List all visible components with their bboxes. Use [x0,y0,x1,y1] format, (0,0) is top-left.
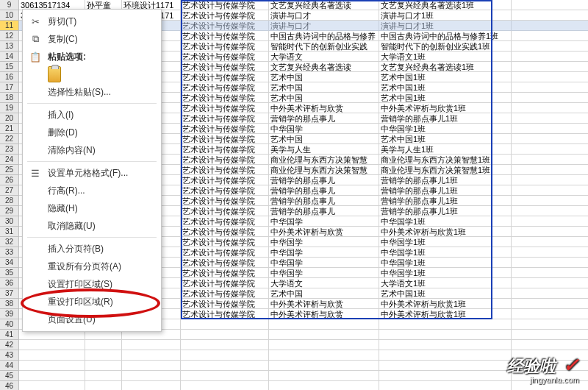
cell[interactable]: 艺术设计与传媒学院 [181,258,269,268]
cell[interactable] [19,381,85,390]
row-header[interactable]: 33 [0,247,18,258]
cell[interactable]: 中华国学 [269,258,379,268]
cell[interactable] [379,330,512,340]
row-header[interactable]: 23 [0,144,18,155]
cell[interactable] [379,361,512,371]
row-header[interactable]: 40 [0,319,18,330]
cell[interactable]: 中外美术评析与欣赏 [269,309,379,319]
cell[interactable] [122,361,181,371]
cell[interactable]: 中华国学 [269,124,379,134]
ctx-clear[interactable]: 清除内容(N) [23,141,161,159]
cell[interactable]: 营销学的那点事儿1班 [379,185,512,196]
ctx-delete[interactable]: 删除(D) [23,124,161,141]
row-header[interactable]: 46 [0,381,18,390]
cell[interactable]: 艺术设计与传媒学院 [181,185,269,196]
row-header[interactable]: 19 [0,103,18,113]
cell[interactable]: 艺术设计与传媒学院 [181,103,269,113]
cell[interactable]: 中华国学 [269,216,379,227]
cell[interactable]: 营销学的那点事儿1班 [379,196,512,206]
cell[interactable] [269,381,379,390]
cell[interactable] [269,319,379,330]
cell[interactable]: 艺术中国 [269,72,379,82]
row-header[interactable]: 35 [0,268,18,278]
cell[interactable] [379,371,512,381]
ctx-paste-clipboard[interactable] [23,65,161,83]
row-header[interactable]: 36 [0,278,18,288]
cell[interactable]: 艺术设计与传媒学院 [181,196,269,206]
cell[interactable]: 艺术设计与传媒学院 [181,299,269,309]
row-header[interactable]: 44 [0,361,18,371]
cell[interactable]: 艺术设计与传媒学院 [181,0,269,10]
cell[interactable]: 营销学的那点事儿1班 [379,206,512,216]
cell[interactable]: 艺术设计与传媒学院 [181,206,269,216]
cell[interactable] [19,350,85,361]
table-row[interactable] [19,371,588,381]
cell[interactable] [181,361,269,371]
ctx-row-height[interactable]: 行高(R)... [23,182,161,199]
cell[interactable]: 大学语文 [269,278,379,288]
cell[interactable]: 中外美术评析与欣赏1班 [379,309,512,319]
cell[interactable]: 中华国学1班 [379,258,512,268]
cell[interactable] [85,350,122,361]
cell[interactable]: 艺术设计与传媒学院 [181,227,269,237]
cell[interactable] [269,350,379,361]
row-header[interactable]: 13 [0,41,18,52]
row-header[interactable]: 32 [0,237,18,247]
ctx-hide[interactable]: 隐藏(H) [23,199,161,217]
ctx-reset-breaks[interactable]: 重设所有分页符(A) [23,258,161,275]
ctx-paste-options[interactable]: 📋 粘贴选项: [23,48,161,65]
cell[interactable]: 艺术设计与传媒学院 [181,268,269,278]
cell[interactable]: 艺术设计与传媒学院 [181,309,269,319]
cell[interactable] [269,361,379,371]
row-header[interactable]: 9 [0,0,18,10]
cell[interactable] [19,371,85,381]
cell[interactable]: 艺术设计与传媒学院 [181,278,269,288]
cell[interactable]: 艺术设计与传媒学院 [181,113,269,124]
cell[interactable]: 营销学的那点事儿 [269,185,379,196]
cell[interactable] [122,371,181,381]
row-header[interactable]: 16 [0,72,18,82]
row-header[interactable]: 45 [0,371,18,381]
cell[interactable]: 艺术设计与传媒学院 [181,10,269,21]
row-header[interactable]: 43 [0,350,18,361]
ctx-set-print-area[interactable]: 设置打印区域(S) [23,275,161,293]
cell[interactable]: 艺术中国1班 [379,82,512,93]
cell[interactable] [181,381,269,390]
row-header[interactable]: 12 [0,31,18,41]
cell[interactable]: 商业伦理与东西方决策智慧1班 [379,155,512,165]
ctx-insert-page-break[interactable]: 插入分页符(B) [23,240,161,258]
cell[interactable]: 中外美术评析与欣赏1班 [379,299,512,309]
cell[interactable]: 中外美术评析与欣赏 [269,227,379,237]
ctx-reset-print-area[interactable]: 重设打印区域(R) [23,293,161,311]
cell[interactable]: 商业伦理与东西方决策智慧1班 [379,165,512,175]
cell[interactable]: 艺术中国1班 [379,72,512,82]
row-header[interactable]: 42 [0,340,18,350]
table-row[interactable] [19,340,588,350]
cell[interactable] [181,371,269,381]
row-header[interactable]: 30 [0,216,18,227]
row-header[interactable]: 11 [0,21,18,31]
cell[interactable]: 中华国学 [269,247,379,258]
cell[interactable] [181,350,269,361]
cell[interactable]: 中华国学1班 [379,237,512,247]
cell[interactable]: 艺术设计与传媒学院 [181,216,269,227]
cell[interactable]: 中华国学1班 [379,216,512,227]
cell[interactable]: 艺术设计与传媒学院 [181,288,269,299]
cell[interactable]: 大学语文 [269,52,379,62]
row-header[interactable]: 21 [0,124,18,134]
cell[interactable] [181,330,269,340]
ctx-copy[interactable]: ⧉ 复制(C) [23,30,161,48]
cell[interactable]: 营销学的那点事儿 [269,196,379,206]
row-header[interactable]: 31 [0,227,18,237]
row-header[interactable]: 34 [0,258,18,268]
cell[interactable]: 中华国学 [269,237,379,247]
cell[interactable] [379,319,512,330]
cell[interactable]: 美学与人生1班 [379,144,512,155]
cell[interactable] [85,340,122,350]
row-header[interactable]: 14 [0,52,18,62]
cell[interactable]: 演讲与口才 [269,21,379,31]
row-header[interactable]: 37 [0,288,18,299]
row-header[interactable]: 17 [0,82,18,93]
ctx-cut[interactable]: ✂ 剪切(T) [23,13,161,30]
cell[interactable] [19,340,85,350]
